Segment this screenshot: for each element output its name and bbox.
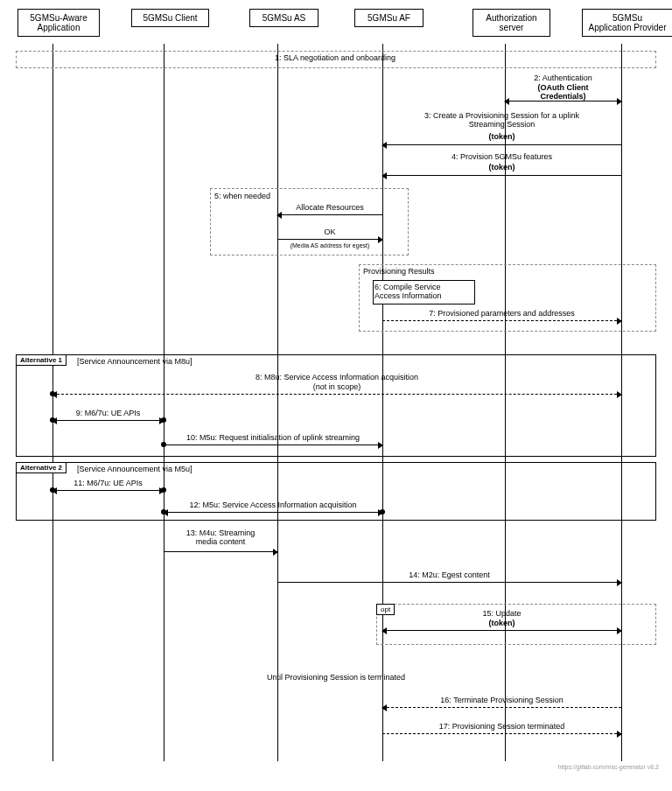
step17-label: 17: Provisioning Session terminated	[382, 723, 621, 732]
step10-arrow	[164, 444, 382, 446]
participant-app: 5GMSu-AwareApplication	[18, 9, 100, 37]
dot	[161, 417, 166, 423]
step15-arrow	[382, 630, 621, 632]
participant-provider: 5GMSuApplication Provider	[582, 9, 672, 37]
step13-arrow	[164, 551, 277, 553]
dot	[50, 417, 55, 423]
dot	[50, 391, 55, 396]
participant-as: 5GMSu AS	[249, 9, 318, 27]
step9-arrow	[52, 420, 164, 422]
participant-af: 5GMSu AF	[354, 9, 424, 27]
step14-label: 14: M2u: Egest content	[277, 571, 621, 580]
step10-label: 10: M5u: Request initialisation of uplin…	[164, 434, 382, 443]
sequence-diagram: 5GMSu-AwareApplication 5GMSu Client 5GMS…	[9, 9, 663, 770]
step16-arrow	[382, 707, 621, 709]
dot	[380, 509, 385, 514]
step8-arrow	[52, 394, 621, 396]
step3-arrow	[382, 144, 621, 146]
step16-label: 16: Terminate Provisioning Session	[382, 696, 621, 705]
until-label: Until Provisioning Session is terminated	[96, 674, 576, 682]
step2-label2: (OAuth ClientCredentials)	[505, 84, 621, 102]
step5a-arrow	[277, 214, 382, 216]
step11-label: 11: M6/7u: UE APIs	[52, 480, 164, 488]
step15-label: 15: Update	[382, 610, 621, 619]
step5b-label: OK	[277, 228, 382, 237]
dot	[50, 487, 55, 493]
step4-label: 4: Provision 5GMSu features	[382, 153, 621, 162]
alt2-cond: [Service Announcement via M5u]	[77, 466, 252, 474]
step1-label: 1: SLA negotiation and onboarding	[16, 54, 654, 63]
step7-label: 7: Provisioned parameters and addresses	[382, 310, 621, 318]
footer-text: https://gitlab.com/msc-generator v8.2	[558, 764, 659, 770]
alt2-label: Alternative 2	[16, 462, 66, 473]
participant-auth: Authorizationserver	[472, 9, 550, 37]
step9-label: 9: M6/7u: UE APIs	[52, 410, 164, 418]
participant-client: 5GMSu Client	[131, 9, 209, 27]
step5c-label: (Media AS address for egest)	[277, 242, 382, 249]
step7-arrow	[382, 320, 621, 322]
alt1-cond: [Service Announcement via M8u]	[77, 358, 252, 367]
step3-label: 3: Create a Provisioning Session for a u…	[382, 112, 621, 130]
step5b-arrow	[277, 239, 382, 241]
step6-label: 6: Compile ServiceAccess Information	[374, 284, 472, 301]
step11-arrow	[52, 490, 164, 492]
step15-label2: (token)	[382, 620, 621, 628]
step3-label2: (token)	[382, 133, 621, 142]
prov-results-title: Provisioning Results	[363, 268, 468, 276]
step17-arrow	[382, 733, 621, 735]
step4-arrow	[382, 175, 621, 177]
step8-label: 8: M8u: Service Access Information acqui…	[52, 374, 621, 382]
alt1-label: Alternative 1	[16, 354, 66, 366]
step5-title: 5: when needed	[214, 192, 302, 201]
step12-arrow	[164, 512, 382, 514]
dot	[161, 509, 166, 514]
step8-label2: (not in scope)	[52, 383, 621, 392]
step5a-label: Allocate Resources	[277, 204, 382, 213]
step14-arrow	[277, 582, 621, 584]
dot	[161, 487, 166, 493]
step4-label2: (token)	[382, 164, 621, 172]
step2-label: 2: Authentication	[505, 74, 621, 83]
dot	[161, 442, 166, 447]
step12-label: 12: M5u: Service Access Information acqu…	[164, 501, 382, 510]
step13-label: 13: M4u: Streamingmedia content	[164, 529, 277, 547]
